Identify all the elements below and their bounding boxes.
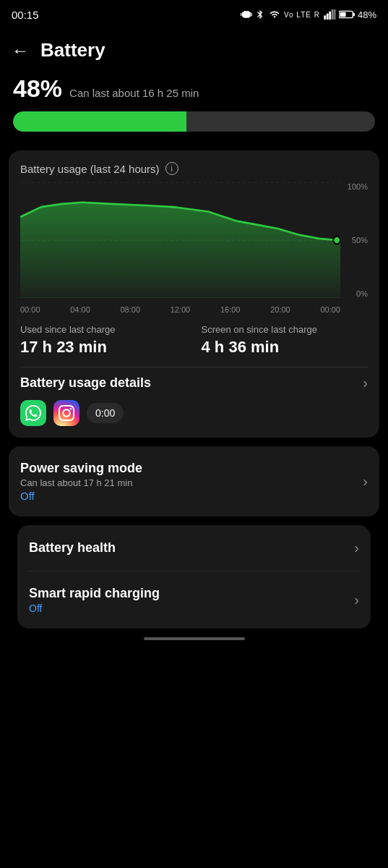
battery-health-row[interactable]: Battery health › [17,525,371,571]
smart-charging-row[interactable]: Smart rapid charging Off › [17,571,371,629]
battery-health-chevron: › [354,540,359,556]
app-icons-row: 0:00 [20,400,368,426]
chart-y-labels: 100% 50% 0% [342,182,368,298]
power-saving-card[interactable]: Power saving mode Can last about 17 h 21… [9,446,379,516]
svg-rect-1 [327,14,329,20]
chart-x-labels: 00:00 04:00 08:00 12:00 16:00 20:00 00:0… [20,302,368,314]
power-saving-title: Power saving mode [20,461,142,476]
battery-health-title: Battery health [29,540,116,556]
smart-charging-chevron: › [354,592,359,608]
used-since-label: Used since last charge [20,324,187,335]
instagram-icon [53,400,79,426]
svg-rect-7 [340,12,345,17]
battery-stats-row: Used since last charge 17 h 23 min Scree… [20,324,368,357]
vibrate-icon [241,9,252,20]
battery-icon [339,10,355,19]
card-divider [20,367,368,367]
usage-section-title: Battery usage (last 24 hours) i [20,162,368,175]
power-saving-row[interactable]: Power saving mode Can last about 17 h 21… [20,458,368,505]
page-header: ← Battery [0,26,388,75]
battery-percent-large: 48% [13,75,62,103]
battery-health-info: Battery health [29,540,116,556]
svg-rect-6 [353,13,355,17]
battery-usage-card: Battery usage (last 24 hours) i 100% [9,150,379,438]
app-time-badge: 0:00 [87,403,124,423]
chart-svg [20,182,340,298]
power-saving-subtitle: Can last about 17 h 21 min [20,477,142,488]
screen-on-stat: Screen on since last charge 4 h 36 min [202,324,368,357]
svg-rect-0 [324,15,326,20]
bluetooth-icon [255,9,265,20]
battery-overview: 48% Can last about 16 h 25 min [0,75,388,150]
battery-chart: 100% 50% 0% [20,182,368,298]
smart-charging-title: Smart rapid charging [29,586,160,601]
svg-rect-4 [334,9,335,20]
wifi-icon [268,9,281,20]
screen-on-value: 4 h 36 min [202,338,368,357]
svg-rect-3 [332,9,334,20]
battery-bar [13,111,375,132]
signal-bars-icon [323,9,336,20]
battery-duration: Can last about 16 h 25 min [69,87,199,99]
info-icon[interactable]: i [165,162,178,175]
svg-point-12 [333,237,340,244]
whatsapp-icon [20,400,46,426]
status-icons: Vo LTE R 48% [241,9,376,20]
battery-bar-fill [13,111,186,132]
used-since-value: 17 h 23 min [20,338,187,357]
smart-charging-status: Off [29,603,160,614]
screen-on-label: Screen on since last charge [202,324,368,335]
battery-percent-status: 48% [358,9,376,20]
battery-health-smart-card: Battery health › Smart rapid charging Of… [17,525,371,629]
signal-text: Vo LTE R [284,11,320,19]
status-bar: 00:15 Vo LTE R 48% [0,0,388,26]
svg-rect-2 [329,12,331,20]
usage-details-row[interactable]: Battery usage details › [20,375,368,391]
page-title: Battery [40,39,105,61]
scrollbar-hint [144,637,245,640]
used-since-stat: Used since last charge 17 h 23 min [20,324,187,357]
power-saving-info: Power saving mode Can last about 17 h 21… [20,461,142,502]
power-saving-chevron: › [363,473,368,490]
chevron-right-icon: › [363,375,368,391]
svg-marker-11 [20,203,340,298]
status-time: 00:15 [12,9,39,21]
power-saving-status: Off [20,490,142,502]
usage-details-title: Battery usage details [20,375,151,391]
battery-percent-line: 48% Can last about 16 h 25 min [13,75,375,103]
smart-charging-info: Smart rapid charging Off [29,586,160,614]
back-button[interactable]: ← [12,41,29,61]
